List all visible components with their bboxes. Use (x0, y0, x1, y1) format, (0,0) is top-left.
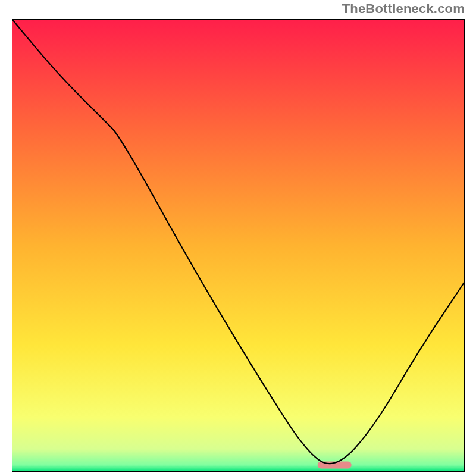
plot-svg (12, 19, 465, 472)
chart-stage: TheBottleneck.com (0, 0, 476, 476)
watermark-text: TheBottleneck.com (342, 1, 465, 17)
gradient-background (12, 19, 465, 472)
plot-area: TheBottleneck.com (12, 19, 465, 472)
